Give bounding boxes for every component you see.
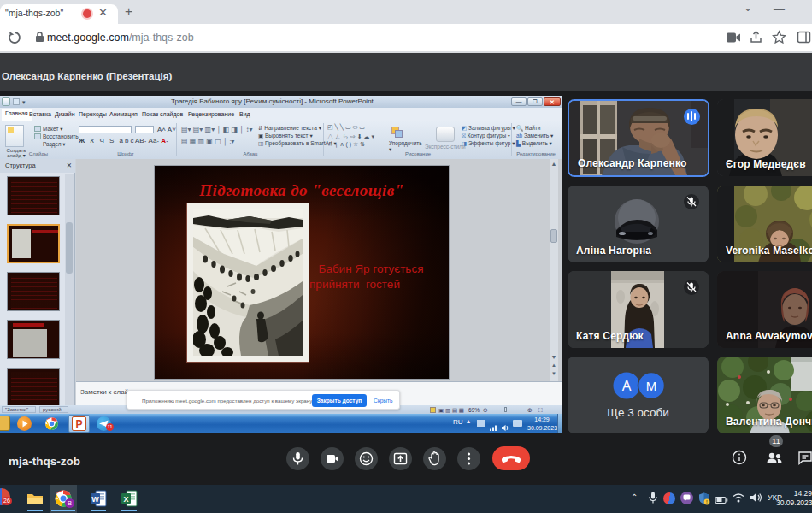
svg-text:A: A (622, 379, 632, 393)
svg-text:M: M (646, 379, 657, 393)
svg-text:!: ! (706, 499, 708, 504)
svg-text:X: X (123, 495, 128, 504)
svg-text:W: W (91, 495, 99, 504)
